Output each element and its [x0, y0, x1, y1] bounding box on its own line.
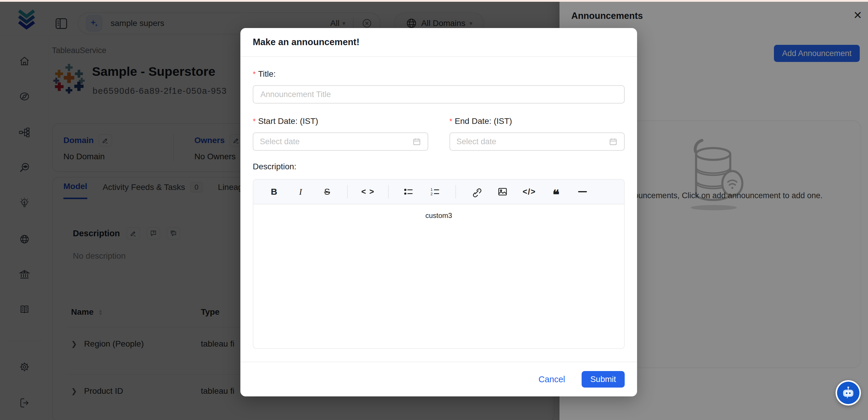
- start-date-label: *Start Date: (IST): [253, 117, 428, 126]
- cancel-button[interactable]: Cancel: [538, 374, 565, 384]
- modal-footer: Cancel Submit: [240, 362, 637, 396]
- modal-header: Make an announcement!: [240, 28, 637, 57]
- description-field-label: Description:: [253, 162, 625, 171]
- start-date-picker[interactable]: Select date: [253, 132, 428, 151]
- svg-text:2: 2: [431, 192, 433, 196]
- chatbot-icon[interactable]: [836, 380, 861, 406]
- toolbar-divider: [388, 185, 389, 199]
- code-block-icon[interactable]: </>: [523, 185, 536, 199]
- toolbar-divider: [455, 185, 456, 199]
- link-icon[interactable]: [469, 185, 483, 199]
- bullet-list-icon[interactable]: [402, 185, 415, 199]
- strikethrough-icon[interactable]: S: [320, 185, 334, 199]
- modal-title: Make an announcement!: [253, 37, 360, 48]
- horizontal-rule-icon[interactable]: [576, 185, 589, 199]
- announcement-title-input[interactable]: [253, 85, 625, 103]
- italic-icon[interactable]: I: [294, 185, 307, 199]
- editor-content-text[interactable]: custom3: [253, 211, 624, 220]
- editor-content-area[interactable]: custom3: [253, 204, 624, 348]
- make-announcement-modal: Make an announcement! *Title: *Start Dat…: [240, 28, 637, 396]
- title-field-label: *Title:: [253, 69, 625, 79]
- toolbar-divider: [347, 185, 348, 199]
- bold-icon[interactable]: B: [268, 185, 280, 199]
- inline-code-icon[interactable]: < >: [361, 185, 375, 199]
- end-date-picker[interactable]: Select date: [450, 132, 625, 151]
- numbered-list-icon[interactable]: 1 2: [429, 185, 442, 199]
- window-top-strip: [0, 0, 868, 2]
- required-asterisk: *: [253, 69, 256, 79]
- chatbot-widget[interactable]: [836, 380, 861, 406]
- svg-text:1: 1: [431, 187, 433, 192]
- app-root: sample supers All▾ All: [0, 0, 868, 420]
- editor-toolbar: B I S < > 1 2: [253, 180, 624, 204]
- rich-text-editor: B I S < > 1 2: [253, 179, 625, 349]
- calendar-icon: [609, 137, 618, 146]
- required-asterisk: *: [450, 117, 453, 126]
- end-date-label: *End Date: (IST): [450, 117, 625, 126]
- required-asterisk: *: [253, 117, 256, 126]
- modal-body: *Title: *Start Date: (IST) Select date: [240, 57, 637, 349]
- blockquote-icon[interactable]: ❝: [550, 185, 562, 199]
- image-icon[interactable]: [496, 185, 509, 199]
- submit-button[interactable]: Submit: [582, 371, 625, 388]
- calendar-icon: [412, 137, 421, 146]
